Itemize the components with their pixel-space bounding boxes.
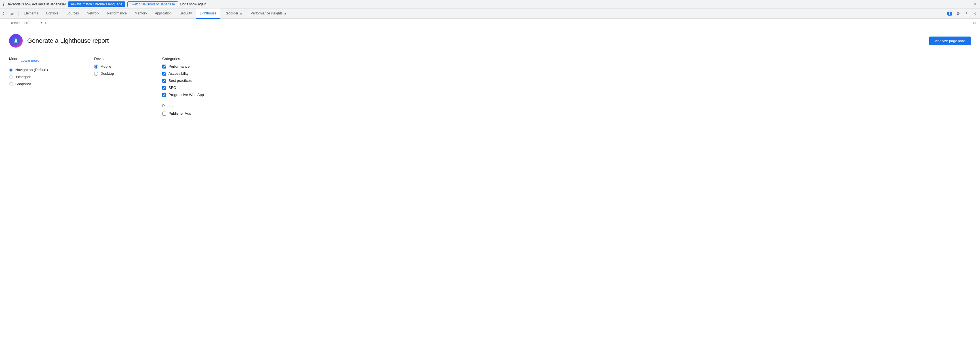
feedback-button[interactable]: 5	[946, 11, 954, 17]
tab-memory[interactable]: Memory	[131, 8, 151, 19]
mode-heading: Mode	[9, 57, 18, 61]
category-best-practices-label: Best practices	[169, 78, 192, 83]
feedback-badge: 5	[947, 12, 952, 16]
always-match-button[interactable]: Always match Chrome's language	[68, 2, 125, 7]
settings-button[interactable]: ⚙	[955, 10, 962, 17]
mode-timespan-label: Timespan	[15, 75, 32, 79]
mode-header: Mode Learn more	[9, 57, 83, 64]
category-best-practices-checkbox[interactable]	[162, 79, 166, 83]
report-dropdown-icon[interactable]: ▾	[41, 21, 42, 25]
tab-application[interactable]: Application	[151, 8, 176, 19]
device-heading: Device	[94, 57, 151, 61]
mode-navigation-option[interactable]: Navigation (Default)	[9, 68, 83, 72]
plugin-publisher-ads-checkbox[interactable]	[162, 112, 166, 116]
device-radio-group: Mobile Desktop	[94, 64, 151, 76]
page-header: Generate a Lighthouse report Analyze pag…	[9, 34, 971, 48]
tab-lighthouse[interactable]: Lighthouse	[196, 8, 220, 19]
plugins-heading: Plugins	[162, 104, 236, 108]
mode-timespan-radio[interactable]	[9, 75, 13, 79]
category-seo-option[interactable]: SEO	[162, 86, 236, 90]
options-grid: Mode Learn more Navigation (Default) Tim…	[9, 57, 971, 116]
category-performance-label: Performance	[169, 64, 189, 68]
device-icon[interactable]: ▱	[9, 10, 15, 17]
plugin-publisher-ads-label: Publisher Ads	[169, 111, 191, 116]
mode-navigation-label: Navigation (Default)	[15, 68, 48, 72]
mode-snapshot-radio[interactable]	[9, 82, 13, 86]
tab-recorder[interactable]: Recorder ▲	[220, 8, 247, 19]
category-accessibility-label: Accessibility	[169, 71, 189, 76]
categories-section: Categories Performance Accessibility Bes…	[162, 57, 236, 116]
plugins-checkbox-group: Publisher Ads	[162, 111, 236, 116]
mode-radio-group: Navigation (Default) Timespan Snapshot	[9, 68, 83, 86]
add-report-button[interactable]: +	[2, 20, 8, 26]
device-desktop-option[interactable]: Desktop	[94, 71, 151, 76]
mode-timespan-option[interactable]: Timespan	[9, 75, 83, 79]
category-seo-checkbox[interactable]	[162, 86, 166, 90]
category-seo-label: SEO	[169, 86, 176, 90]
info-icon: ℹ	[3, 2, 4, 6]
toolbar-right: ⚙	[970, 20, 978, 26]
tab-bar: ⛶ ▱ Elements Console Sources Network Per…	[0, 8, 980, 19]
category-accessibility-option[interactable]: Accessibility	[162, 71, 236, 76]
category-performance-option[interactable]: Performance	[162, 64, 236, 68]
tab-network[interactable]: Network	[83, 8, 103, 19]
category-best-practices-option[interactable]: Best practices	[162, 78, 236, 83]
lighthouse-logo	[9, 34, 23, 48]
tab-console[interactable]: Console	[42, 8, 62, 19]
mode-snapshot-label: Snapshot	[15, 82, 31, 86]
new-report-container: ▾ ⊙	[9, 20, 48, 26]
toolbar-settings-button[interactable]: ⚙	[970, 20, 978, 26]
more-options-button[interactable]: ⋮	[963, 10, 970, 17]
info-bar: ℹ DevTools is now available in Japanese!…	[0, 0, 980, 8]
report-history-icon[interactable]: ⊙	[43, 21, 46, 25]
categories-heading: Categories	[162, 57, 236, 61]
device-mobile-radio[interactable]	[94, 65, 98, 68]
tab-bar-right: 5 ⚙ ⋮ ✕	[946, 10, 978, 17]
category-pwa-checkbox[interactable]	[162, 93, 166, 97]
page-header-left: Generate a Lighthouse report	[9, 34, 109, 48]
device-desktop-label: Desktop	[100, 71, 114, 76]
plugins-section: Plugins Publisher Ads	[162, 104, 236, 116]
plugin-publisher-ads-option[interactable]: Publisher Ads	[162, 111, 236, 116]
tab-separator	[18, 11, 19, 16]
tab-performance-insights[interactable]: Performance insights ▲	[247, 8, 291, 19]
mode-section: Mode Learn more Navigation (Default) Tim…	[9, 57, 83, 86]
switch-devtools-button[interactable]: Switch DevTools to Japanese	[127, 2, 178, 7]
analyze-button[interactable]: Analyze page load	[929, 36, 971, 45]
tab-security[interactable]: Security	[176, 8, 196, 19]
mode-snapshot-option[interactable]: Snapshot	[9, 82, 83, 86]
category-pwa-option[interactable]: Progressive Web App	[162, 93, 236, 97]
device-mobile-option[interactable]: Mobile	[94, 64, 151, 68]
tab-elements[interactable]: Elements	[20, 8, 42, 19]
page-title: Generate a Lighthouse report	[27, 37, 109, 44]
dont-show-link[interactable]: Don't show again	[180, 2, 207, 6]
tab-sources[interactable]: Sources	[62, 8, 83, 19]
category-pwa-label: Progressive Web App	[169, 93, 204, 97]
device-desktop-radio[interactable]	[94, 72, 98, 76]
close-devtools-button[interactable]: ✕	[972, 10, 978, 17]
category-accessibility-checkbox[interactable]	[162, 72, 166, 76]
inspect-icon[interactable]: ⛶	[2, 10, 8, 17]
toolbar-row: + ▾ ⊙ ⚙	[0, 19, 980, 27]
device-mobile-label: Mobile	[100, 64, 111, 68]
new-report-input[interactable]	[11, 21, 40, 25]
mode-navigation-radio[interactable]	[9, 68, 13, 72]
categories-checkbox-group: Performance Accessibility Best practices…	[162, 64, 236, 97]
main-content: Generate a Lighthouse report Analyze pag…	[0, 27, 980, 169]
device-section: Device Mobile Desktop	[94, 57, 151, 76]
devtools-icons: ⛶ ▱	[2, 10, 15, 17]
category-performance-checkbox[interactable]	[162, 65, 166, 68]
tab-performance[interactable]: Performance	[103, 8, 131, 19]
learn-more-link[interactable]: Learn more	[21, 59, 40, 63]
infobar-close-button[interactable]: ✕	[974, 2, 977, 6]
info-bar-message: DevTools is now available in Japanese!	[6, 2, 66, 6]
